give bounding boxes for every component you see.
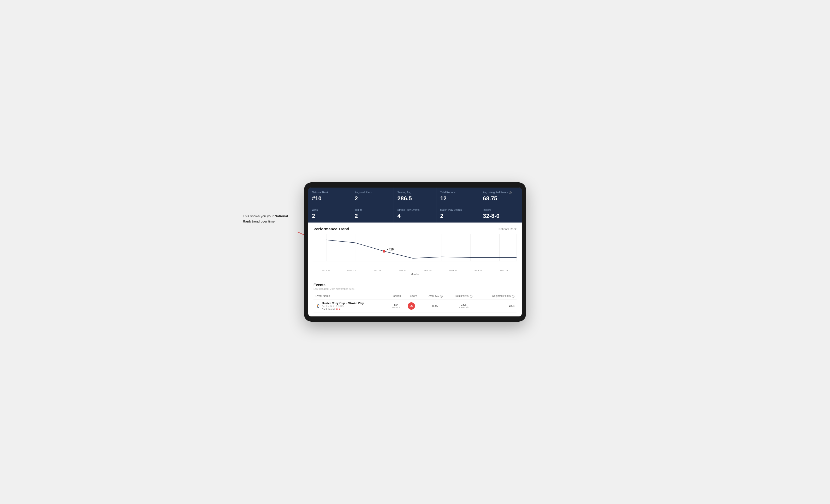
annotation-text: This shows you your National Rank trend … [243,214,295,224]
info-icon: i [470,295,472,298]
col-position: Position [387,293,406,299]
weighted-points-value: 28.3 [509,304,514,308]
stat-regional-rank: Regional Rank 2 [351,188,393,205]
stat-avg-weighted-points: Avg. Weighted Points i 68.75 [479,188,522,205]
events-last-updated: Last updated: 24th November 2023 [314,288,516,290]
stat-national-rank: National Rank #10 [308,188,351,205]
stat-scoring-avg: Scoring Avg. 286.5 [394,188,437,205]
event-weighted-points-cell: 28.3 [479,299,516,312]
x-label-nov23: NOV 23 [339,269,364,272]
total-rounds: 3 Rounds [451,306,477,309]
x-label-mar24: MAR 24 [440,269,466,272]
info-icon: i [509,192,512,194]
col-total-points: Total Points i [449,293,479,299]
tablet-screen: National Rank #10 Regional Rank 2 Scorin… [308,188,522,316]
info-icon: i [440,295,443,298]
events-section: Events Last updated: 24th November 2023 … [308,279,522,316]
stat-total-rounds: Total Rounds 12 [437,188,479,205]
stats-row-2: Wins 2 Top 3s 2 Stroke Play Events 4 Mat… [308,205,522,223]
perf-header: Performance Trend National Rank [314,227,516,231]
stat-match-play-events: Match Play Events 2 [437,205,479,223]
x-label-oct23: OCT 23 [314,269,339,272]
rank-label: • #10 [387,248,394,251]
events-title: Events [314,283,516,287]
table-header-row: Event Name Position Score Event SG i Tot… [314,293,516,299]
event-position-cell: 6th out of 7 [387,299,406,312]
event-total-points-cell: 28.3 3 Rounds [449,299,479,312]
event-name-cell: 🏌 Buster Cozy Cup – Stroke Play Oct 9 – … [314,299,387,312]
total-points-value: 28.3 [451,303,477,306]
col-weighted-points: Weighted Points i [479,293,516,299]
chart-x-labels: OCT 23 NOV 23 DEC 23 JAN 24 FEB 24 MAR 2… [314,268,516,272]
event-date: Oct 9 – Oct 10, 2023 [322,305,364,308]
score-badge: -22 [408,302,415,310]
event-score-cell: -22 [406,299,422,312]
x-label-jan24: JAN 24 [390,269,415,272]
stat-record: Record 32-8-0 [479,205,522,223]
event-position-sub: out of 7 [389,306,404,309]
event-title: Buster Cozy Cup – Stroke Play [322,302,364,305]
golf-icon: 🏌 [316,303,321,308]
event-position: 6th [389,303,404,306]
tablet-frame: National Rank #10 Regional Rank 2 Scorin… [304,182,526,322]
col-event-name: Event Name [314,293,387,299]
event-rank-impact: Rank Impact: 3 ▼ [322,308,364,310]
performance-section: Performance Trend National Rank [308,223,522,279]
table-row: 🏌 Buster Cozy Cup – Stroke Play Oct 9 – … [314,299,516,312]
performance-chart: • #10 [314,234,516,268]
col-score: Score [406,293,422,299]
rank-point-marker [383,250,385,253]
event-sg-cell: 0.45 [422,299,449,312]
rank-impact-value: 3 ▼ [337,308,341,310]
x-label-apr24: APR 24 [466,269,491,272]
events-table: Event Name Position Score Event SG i Tot… [314,293,516,312]
info-icon: i [512,295,514,298]
perf-title: Performance Trend [314,227,349,231]
chart-svg: • #10 [314,234,516,268]
x-label-may24: MAY 24 [491,269,516,272]
perf-subtitle: National Rank [499,228,516,231]
stats-row-1: National Rank #10 Regional Rank 2 Scorin… [308,188,522,205]
col-event-sg: Event SG i [422,293,449,299]
stat-wins: Wins 2 [308,205,351,223]
chart-x-axis-label: Months [314,273,516,276]
x-label-dec23: DEC 23 [364,269,390,272]
stat-stroke-play-events: Stroke Play Events 4 [394,205,437,223]
stat-top3s: Top 3s 2 [351,205,393,223]
x-label-feb24: FEB 24 [415,269,440,272]
